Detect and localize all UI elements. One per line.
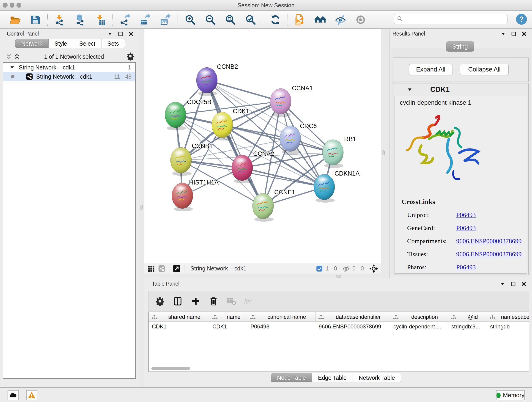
table-cell[interactable]: CDK1 <box>209 322 247 332</box>
delete-row-button[interactable] <box>208 296 219 306</box>
search-box[interactable] <box>394 14 507 24</box>
zoom-out-button[interactable] <box>200 13 220 26</box>
zoom-selected-button[interactable] <box>241 13 261 26</box>
column-header-description[interactable]: description <box>390 312 448 322</box>
share-document-button[interactable] <box>290 13 310 26</box>
export-network-button[interactable] <box>115 13 135 26</box>
table-cell[interactable]: stringdb:9... <box>448 322 487 332</box>
table-panel-close-button[interactable] <box>521 281 526 287</box>
zoom-fit-button[interactable] <box>220 13 241 26</box>
fit-content-crosshair-icon[interactable] <box>369 264 378 273</box>
export-image-button[interactable] <box>155 13 176 26</box>
network-collection-row[interactable]: String Network – cdk1 1 <box>3 63 135 72</box>
node-CDC25B[interactable]: CDC25B <box>165 99 211 130</box>
hidden-eye-icon[interactable] <box>342 265 350 273</box>
column-header-name[interactable]: name <box>209 312 247 322</box>
node-HIST1H1A[interactable]: HIST1H1A <box>172 179 219 211</box>
minimize-window-button[interactable] <box>10 3 14 7</box>
collection-expander-icon[interactable] <box>10 65 16 70</box>
column-header-shared-name[interactable]: shared name <box>149 312 209 322</box>
gene-expander-icon[interactable] <box>407 87 412 92</box>
node-RB1[interactable]: RB1 <box>322 136 356 168</box>
zoom-in-button[interactable] <box>180 13 200 26</box>
table-panel-float-button[interactable] <box>510 281 516 287</box>
tab-network-table[interactable]: Network Table <box>353 373 401 382</box>
add-row-button[interactable] <box>190 296 201 306</box>
network-share-icon[interactable] <box>158 265 166 273</box>
column-header-@id[interactable]: @id <box>448 312 487 322</box>
grid-view-icon[interactable] <box>147 265 155 273</box>
show-columns-button[interactable] <box>172 296 183 306</box>
import-table-button[interactable] <box>90 13 110 26</box>
search-input[interactable] <box>403 15 507 23</box>
control-panel-float-button[interactable] <box>118 31 123 37</box>
horizontal-scrollbar[interactable] <box>152 367 190 370</box>
show-all-button[interactable] <box>351 13 371 26</box>
table-row[interactable]: CDK1CDK1P064939606.ENSP00000378699cyclin… <box>149 322 529 332</box>
crosslink-link[interactable]: P06493 <box>456 211 476 219</box>
save-session-button[interactable] <box>25 13 45 26</box>
tab-network[interactable]: Network <box>15 39 49 48</box>
tab-style[interactable]: Style <box>49 39 74 48</box>
bottom-splitter-handle[interactable] <box>336 275 341 278</box>
node-CDKN1A[interactable]: CDKN1A <box>314 170 360 203</box>
crosslink-link[interactable]: P06493 <box>456 224 476 232</box>
tab-sets[interactable]: Sets <box>101 39 125 48</box>
detach-view-icon[interactable] <box>172 264 181 273</box>
memory-button[interactable]: Memory <box>496 390 525 400</box>
column-header-canonical-name[interactable]: canonical name <box>247 312 316 322</box>
column-header-namespace[interactable]: namespace <box>487 312 529 322</box>
crosslink-link[interactable]: P06493 <box>456 264 476 271</box>
refresh-button[interactable] <box>265 13 285 26</box>
selected-checkbox-icon[interactable] <box>316 265 323 273</box>
table-cell[interactable]: stringdb <box>487 322 529 332</box>
control-panel-menu-button[interactable] <box>107 31 113 37</box>
right-splitter-handle[interactable] <box>382 150 385 155</box>
table-panel-menu-button[interactable] <box>500 281 505 287</box>
crosslink-link[interactable]: 9606.ENSP00000378699 <box>456 250 521 258</box>
results-panel-float-button[interactable] <box>511 31 516 37</box>
string-home-button[interactable] <box>310 13 330 26</box>
left-splitter-handle[interactable] <box>140 205 143 210</box>
node-table[interactable]: shared namenamecanonical namedatabase id… <box>148 312 529 372</box>
table-cell[interactable]: 9606.ENSP00000378699 <box>316 322 390 332</box>
warning-icon[interactable] <box>26 390 37 400</box>
results-panel-close-button[interactable] <box>521 31 527 37</box>
table-cell[interactable]: CDK1 <box>149 322 209 332</box>
crosslinks-section: CrossLinks Uniprot:P06493GeneCard:P06493… <box>402 198 521 271</box>
import-network-button[interactable] <box>50 13 70 26</box>
network-options-gear-icon[interactable] <box>126 52 135 61</box>
help-icon[interactable]: ? <box>515 13 527 25</box>
node-CCNE1[interactable]: CCNE1 <box>253 189 295 222</box>
table-cell[interactable]: cyclin-dependent ... <box>390 322 448 332</box>
close-window-button[interactable] <box>3 3 7 7</box>
network-nodes[interactable]: CCNB2CCNA1CDC25BCDK1CDC6RB1CCNB1CCNA2CDK… <box>165 63 360 222</box>
network-canvas[interactable]: CCNB2CCNA1CDC25BCDK1CDC6RB1CCNB1CCNA2CDK… <box>144 29 381 263</box>
table-cell[interactable]: P06493 <box>247 322 316 332</box>
expand-all-networks-icon[interactable] <box>14 53 22 60</box>
hide-selected-button[interactable] <box>330 13 351 26</box>
crosslink-link[interactable]: 9606.ENSP00000378699 <box>456 237 521 245</box>
edge-CCNB2-CCNE1[interactable] <box>207 80 263 206</box>
tab-string[interactable]: String <box>446 41 474 51</box>
tab-node-table[interactable]: Node Table <box>271 373 312 382</box>
expand-all-button[interactable]: Expand All <box>409 64 453 75</box>
tab-select[interactable]: Select <box>73 39 101 48</box>
node-CCNB2[interactable]: CCNB2 <box>196 63 238 96</box>
results-panel-menu-button[interactable] <box>500 31 506 37</box>
collapse-all-button[interactable]: Collapse All <box>460 64 509 75</box>
collapse-all-networks-icon[interactable] <box>6 53 14 60</box>
gene-section-header[interactable]: CDK1 <box>393 83 528 96</box>
network-graph[interactable]: CCNB2CCNA1CDC25BCDK1CDC6RB1CCNB1CCNA2CDK… <box>144 29 381 263</box>
tab-edge-table[interactable]: Edge Table <box>312 373 353 382</box>
export-table-button[interactable] <box>135 13 155 26</box>
column-header-database-identifier[interactable]: database identifier <box>316 312 390 322</box>
open-session-button[interactable] <box>5 13 25 26</box>
control-panel-close-button[interactable] <box>128 31 134 37</box>
maximize-window-button[interactable] <box>17 3 21 7</box>
edge-CCNA2-CDKN1A[interactable] <box>242 168 324 187</box>
network-row-selected[interactable]: String Network – cdk1 11 48 <box>3 72 135 81</box>
table-settings-button[interactable] <box>155 296 165 306</box>
cloud-icon[interactable] <box>7 390 19 400</box>
import-database-button[interactable] <box>70 13 90 26</box>
